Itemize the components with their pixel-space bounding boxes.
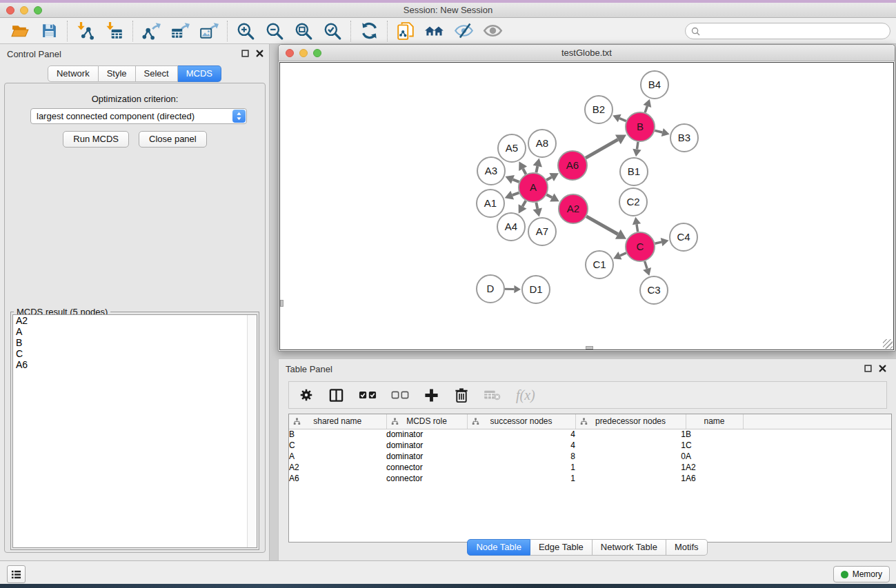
vertical-scroll-indicator[interactable] [280, 300, 283, 307]
horizontal-scroll-indicator[interactable] [586, 346, 593, 349]
network-canvas[interactable]: B4B2BB3A8A5A6A3B1AC2A1A2A4A7C4CC1C3DD1 [279, 62, 894, 350]
close-panel-icon[interactable] [256, 50, 263, 57]
zoom-in-icon[interactable] [235, 21, 256, 41]
float-panel-icon[interactable] [241, 50, 249, 57]
column-header-successor-nodes[interactable]: successor nodes [467, 414, 575, 429]
control-panel-title: Control Panel [7, 49, 61, 59]
graph-edge-C-C1[interactable] [620, 253, 626, 256]
graph-edge-B-B3[interactable] [655, 130, 662, 132]
delete-row-icon[interactable] [454, 387, 469, 403]
zoom-fit-icon[interactable] [293, 21, 314, 41]
mcds-result-list[interactable]: A2ABCA6 [12, 314, 257, 548]
tab-network-table[interactable]: Network Table [593, 539, 666, 556]
hide-selected-icon[interactable] [453, 21, 474, 41]
table-row[interactable]: A6connector11A6 [289, 473, 891, 484]
export-image-icon[interactable] [199, 21, 219, 41]
duplicate-network-icon[interactable] [395, 21, 416, 41]
memory-button[interactable]: Memory [833, 566, 890, 582]
tab-motifs[interactable]: Motifs [666, 539, 708, 556]
show-all-icon[interactable] [482, 21, 503, 41]
optimization-criterion-label: Optimization criterion: [5, 94, 265, 104]
optimization-criterion-dropdown[interactable]: largest connected component (directed) [30, 108, 247, 124]
select-all-icon[interactable] [359, 389, 377, 401]
tab-select[interactable]: Select [136, 65, 178, 82]
save-session-icon[interactable] [39, 21, 59, 41]
export-network-icon[interactable] [141, 21, 161, 41]
graph-edge-A-A3[interactable] [512, 179, 519, 182]
search-input[interactable] [704, 26, 890, 36]
network-view-window: testGlobe.txt B4B2BB3A8A5A6A3B1AC2A1A2A4… [278, 44, 895, 352]
table-panel-tabs: Node Table Edge Table Network Table Moti… [279, 539, 896, 556]
graph-node-label: A7 [536, 225, 548, 237]
graph-edge-A-A2[interactable] [546, 194, 552, 197]
zoom-selected-icon[interactable] [322, 21, 343, 41]
tab-style[interactable]: Style [99, 65, 136, 82]
result-item[interactable]: C [13, 348, 257, 359]
tab-node-table[interactable]: Node Table [467, 539, 530, 556]
refresh-icon[interactable] [359, 21, 379, 41]
tab-mcds[interactable]: MCDS [178, 65, 221, 82]
graph-edge-C-C2[interactable] [637, 224, 638, 232]
graph-edge-arrowhead [633, 149, 641, 156]
graph-node-label: A6 [566, 159, 579, 171]
column-type-icon [472, 418, 479, 425]
graph-edge-C-C4[interactable] [655, 242, 661, 243]
graph-edge-A2-C[interactable] [586, 216, 618, 234]
app-window: Session: New Session [0, 0, 896, 588]
import-network-icon[interactable] [75, 21, 96, 41]
zoom-out-icon[interactable] [264, 21, 285, 41]
graph-node-label: C3 [647, 284, 660, 296]
float-table-panel-icon[interactable] [864, 365, 872, 372]
graph-edge-B-B2[interactable] [619, 119, 626, 121]
close-panel-button[interactable]: Close panel [139, 131, 207, 148]
graph-edge-A-A4[interactable] [523, 201, 526, 206]
tab-edge-table[interactable]: Edge Table [530, 539, 593, 556]
table-row[interactable]: Cdominator41C [289, 440, 891, 451]
column-header-shared-name[interactable]: shared name [289, 414, 386, 429]
deselect-all-icon[interactable] [391, 389, 409, 401]
table-row[interactable]: A2connector11A2 [289, 462, 891, 473]
result-item[interactable]: A2 [13, 315, 257, 326]
result-item[interactable]: B [13, 337, 257, 348]
graph-edge-B-B4[interactable] [645, 106, 647, 112]
function-builder-icon[interactable]: f(x) [516, 387, 535, 403]
delete-table-icon[interactable] [484, 388, 501, 402]
add-row-icon[interactable] [424, 387, 439, 403]
result-item[interactable]: A [13, 326, 257, 337]
graph-edge-A6-B[interactable] [586, 139, 618, 158]
graph-node-label: C1 [593, 258, 606, 270]
graph-node-label: B1 [628, 165, 640, 177]
result-item[interactable]: A6 [13, 359, 257, 370]
network-window-titlebar[interactable]: testGlobe.txt [279, 45, 895, 61]
column-header-mcds-role[interactable]: MCDS role [386, 414, 467, 429]
table-row[interactable]: Adominator80A [289, 451, 891, 462]
graph-node-label: B2 [593, 103, 605, 115]
graph-edge-A-A6[interactable] [546, 177, 551, 180]
first-neighbors-icon[interactable] [424, 21, 445, 41]
columns-icon[interactable] [328, 387, 344, 403]
export-table-icon[interactable] [170, 21, 190, 41]
table-toolbar: f(x) [288, 381, 887, 409]
settings-gear-icon[interactable] [299, 387, 314, 403]
import-table-icon[interactable] [104, 21, 125, 41]
column-header-name[interactable]: name [686, 414, 743, 429]
search-field[interactable] [685, 23, 890, 39]
open-file-icon[interactable] [10, 21, 30, 41]
tab-network[interactable]: Network [48, 65, 99, 82]
graph-edge-B-B1[interactable] [637, 142, 637, 150]
status-bar: Memory [0, 560, 896, 584]
column-header-predecessor-nodes[interactable]: predecessor nodes [575, 414, 686, 429]
task-history-button[interactable] [7, 565, 26, 583]
result-scrollbar[interactable] [247, 315, 257, 547]
graph-edge-A-A5[interactable] [523, 169, 526, 174]
run-mcds-button[interactable]: Run MCDS [63, 131, 129, 148]
close-table-panel-icon[interactable] [879, 365, 886, 372]
graph-edge-A-A8[interactable] [536, 166, 537, 172]
table-row[interactable]: Bdominator41B [289, 429, 891, 440]
window-resize-grip[interactable] [883, 339, 893, 349]
graph-edge-A-A7[interactable] [536, 203, 537, 209]
control-panel: Control Panel Network Style Select MCDS … [0, 44, 270, 560]
graph-edge-A-A1[interactable] [512, 193, 519, 196]
graph-edge-C-C3[interactable] [645, 261, 647, 269]
control-panel-tabs: Network Style Select MCDS [0, 65, 269, 82]
